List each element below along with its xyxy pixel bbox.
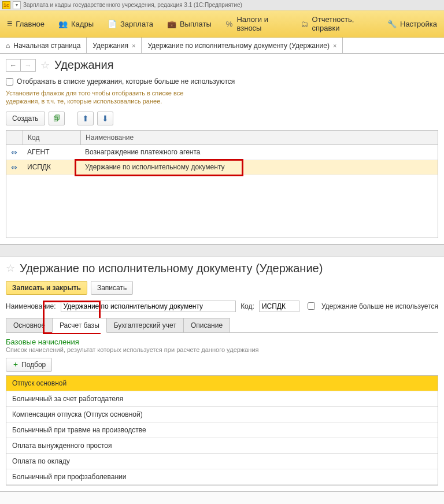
tab-deductions[interactable]: Удержания × <box>87 38 142 53</box>
cell-code: АГЕНТ <box>23 145 80 160</box>
grid-header: Код Наименование <box>6 131 438 145</box>
base-accruals-title: Базовые начисления <box>6 338 438 346</box>
tab-main[interactable]: Основное <box>6 318 53 333</box>
row-marker-icon: ⇔ <box>11 148 17 157</box>
window-titlebar: 1c ▾ Зарплата и кадры государственного у… <box>0 0 444 10</box>
pane-divider <box>0 244 444 257</box>
page-title: Удержания <box>54 58 114 72</box>
menu-personnel[interactable]: 👥Кадры <box>51 10 101 37</box>
favorite-star-icon[interactable]: ☆ <box>6 262 15 275</box>
arrow-up-icon: ⬆ <box>82 114 89 123</box>
tab-label: Начальная страница <box>13 42 80 50</box>
show-unused-hint: Установите флажок для того чтобы отобраз… <box>6 89 214 106</box>
create-button[interactable]: Создать <box>6 112 45 125</box>
menu-settings[interactable]: 🔧Настройка <box>380 10 444 37</box>
row-marker-icon: ⇔ <box>11 163 17 172</box>
people-icon: 👥 <box>58 20 68 28</box>
window-title: Зарплата и кадры государственного учрежд… <box>23 2 242 8</box>
app-logo: 1c <box>2 1 10 9</box>
wrench-icon: 🔧 <box>387 20 397 28</box>
pick-label: Подбор <box>21 361 46 369</box>
cell-code: ИСПДК <box>23 160 80 175</box>
list-item[interactable]: Отпуск основной <box>6 376 438 391</box>
percent-icon: % <box>225 20 234 28</box>
menu-burger[interactable]: ≡Главное <box>0 10 51 37</box>
menu-salary[interactable]: 📄Зарплата <box>101 10 160 37</box>
list-item[interactable]: Компенсация отпуска (Отпуск основной) <box>6 407 438 423</box>
menu-label-main: Главное <box>16 20 45 28</box>
menu-label: Выплаты <box>180 20 212 28</box>
menu-label: Настройка <box>400 20 437 28</box>
tab-deduction-enforcement[interactable]: Удержание по исполнительному документу (… <box>142 38 343 53</box>
titlebar-dropdown[interactable]: ▾ <box>13 1 21 9</box>
menu-taxes[interactable]: %Налоги и взносы <box>219 10 294 37</box>
unused-checkbox[interactable] <box>308 302 315 310</box>
list-item[interactable]: Больничный при профзаболевании <box>6 469 438 485</box>
close-icon[interactable]: × <box>132 42 135 49</box>
briefcase-icon: 💼 <box>167 20 176 28</box>
copy-button[interactable]: 🗐 <box>49 112 65 125</box>
show-unused-label: Отображать в списке удержания, которые б… <box>17 77 235 86</box>
tab-description[interactable]: Описание <box>183 318 230 333</box>
doc-icon: 📄 <box>108 20 117 28</box>
menu-label: Кадры <box>71 20 94 28</box>
unused-label: Удержание больше не используется <box>321 302 438 310</box>
favorite-star-icon[interactable]: ☆ <box>40 59 50 72</box>
form-toolbar: Записать и закрыть Записать <box>6 281 438 295</box>
menu-label: Зарплата <box>120 20 153 28</box>
col-code[interactable]: Код <box>23 131 80 144</box>
pick-button[interactable]: ＋ Подбор <box>6 358 52 372</box>
list-toolbar: Создать 🗐 ⬆ ⬇ <box>6 112 438 125</box>
tab-home[interactable]: ⌂ Начальная страница <box>0 38 87 53</box>
tab-base-calc[interactable]: Расчет базы <box>52 318 107 333</box>
back-button[interactable]: ← <box>6 59 21 72</box>
menu-payments[interactable]: 💼Выплаты <box>160 10 219 37</box>
cell-name: Удержание по исполнительному документу <box>80 160 438 175</box>
list-item[interactable]: Больничный за счет работодателя <box>6 391 438 407</box>
code-input[interactable] <box>259 301 299 312</box>
table-row[interactable]: ⇔ АГЕНТ Вознаграждение платежного агента <box>6 145 438 160</box>
name-input[interactable] <box>61 301 236 312</box>
base-accruals-list: Отпуск основной Больничный за счет работ… <box>6 375 438 486</box>
save-button[interactable]: Записать <box>91 281 133 295</box>
burger-icon: ≡ <box>7 18 12 29</box>
tab-label: Удержания <box>92 42 128 50</box>
tab-accounting[interactable]: Бухгалтерский учет <box>106 318 184 333</box>
table-row[interactable]: ⇔ ИСПДК Удержание по исполнительному док… <box>6 160 438 175</box>
list-item[interactable]: Оплата вынужденного простоя <box>6 438 438 454</box>
nav-tabs: ⌂ Начальная страница Удержания × Удержан… <box>0 38 444 54</box>
home-icon: ⌂ <box>6 42 10 50</box>
page-title: Удержание по исполнительному документу (… <box>20 262 323 275</box>
move-down-button[interactable]: ⬇ <box>97 112 113 125</box>
pane-deduction-form: ☆ Удержание по исполнительному документу… <box>0 257 444 492</box>
move-up-button[interactable]: ⬆ <box>77 112 94 125</box>
cell-name: Вознаграждение платежного агента <box>80 145 438 160</box>
menu-reports[interactable]: 🗂Отчетность, справки <box>294 10 380 37</box>
col-name[interactable]: Наименование <box>80 131 438 144</box>
base-accruals-hint: Список начислений, результат которых исп… <box>6 346 438 353</box>
forward-button[interactable]: → <box>21 59 36 72</box>
plus-icon: ＋ <box>12 360 19 369</box>
folder-icon: 🗂 <box>301 20 309 28</box>
arrow-down-icon: ⬇ <box>102 114 109 123</box>
inner-tabs: Основное Расчет базы Бухгалтерский учет … <box>6 318 438 333</box>
main-menu: ≡Главное 👥Кадры 📄Зарплата 💼Выплаты %Нало… <box>0 10 444 38</box>
list-item[interactable]: Больничный при травме на производстве <box>6 423 438 438</box>
pane-deductions-list: ← → ☆ Удержания Отображать в списке удер… <box>0 54 444 244</box>
label-code: Код: <box>240 302 254 310</box>
form-row-name: Наименование: Код: Удержание больше не и… <box>6 301 438 312</box>
nav-buttons: ← → <box>6 59 36 72</box>
menu-label: Налоги и взносы <box>236 15 286 32</box>
close-icon[interactable]: × <box>333 42 336 49</box>
label-name: Наименование: <box>6 302 56 310</box>
show-unused-checkbox[interactable] <box>6 78 13 86</box>
save-close-button[interactable]: Записать и закрыть <box>6 281 87 295</box>
deductions-grid: Код Наименование ⇔ АГЕНТ Вознаграждение … <box>6 130 438 238</box>
menu-label: Отчетность, справки <box>312 15 373 32</box>
tab-label: Удержание по исполнительному документу (… <box>147 42 330 50</box>
copy-icon: 🗐 <box>53 114 60 123</box>
list-item[interactable]: Оплата по окладу <box>6 454 438 469</box>
